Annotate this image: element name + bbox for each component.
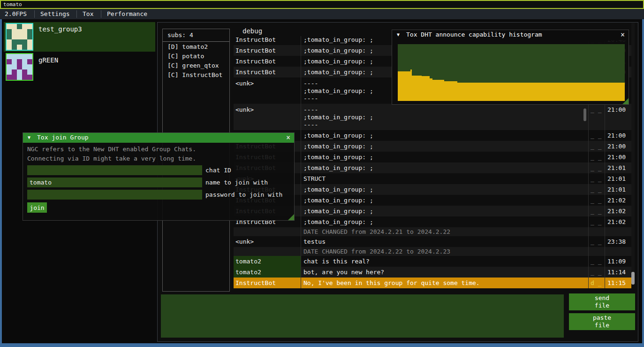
chat-title: debug <box>242 27 262 35</box>
avatar-pixel <box>17 54 22 59</box>
avatar-pixel <box>22 54 27 59</box>
avatar-pixel <box>22 75 27 80</box>
menu-item-settings[interactable]: Settings <box>40 10 70 17</box>
member-item: [C] potato <box>167 53 204 60</box>
delivery-flags <box>588 227 605 236</box>
histogram-bar <box>422 76 430 101</box>
message-text: chat is this real? <box>301 256 588 267</box>
histogram-bar <box>412 76 422 101</box>
avatar-pixel <box>7 59 12 64</box>
chat-id-input[interactable] <box>27 165 202 175</box>
avatar-pixel <box>27 59 32 64</box>
message-cell-scrollbar-thumb[interactable] <box>583 108 586 121</box>
group-avatar <box>6 23 33 51</box>
avatar-pixel <box>12 34 17 39</box>
avatar-pixel <box>7 45 12 50</box>
collapse-icon[interactable]: ▼ <box>397 32 400 37</box>
avatar-pixel <box>22 34 27 39</box>
sender-name: InstructBot <box>234 278 301 288</box>
message-input[interactable] <box>161 294 564 338</box>
avatar-pixel <box>27 24 32 29</box>
close-icon[interactable]: × <box>621 31 625 39</box>
avatar-pixel <box>22 45 27 50</box>
sender-name: tomato2 <box>234 267 301 278</box>
histogram-bar <box>432 80 445 101</box>
menu-separator <box>76 10 77 18</box>
group-item-test_group3[interactable]: test_group3 <box>4 22 155 52</box>
join-info-line: Connecting via ID might take a very long… <box>27 155 196 162</box>
menu-bar: 2.0FPSSettingsToxPerformance <box>0 9 644 19</box>
app-window: tomato 2.0FPSSettingsToxPerformance test… <box>0 0 644 347</box>
avatar-pixel <box>12 59 17 64</box>
message-row[interactable]: InstructBotNo, I've been in this group f… <box>234 278 631 288</box>
column-separator <box>301 36 301 288</box>
dht-histogram-window: ▼ Tox DHT announce capability histogram … <box>392 30 629 105</box>
avatar-pixel <box>17 39 22 45</box>
menu-item-2-0fps[interactable]: 2.0FPS <box>5 10 27 17</box>
message-row[interactable]: <unk>testus_ _23:38 <box>234 236 631 247</box>
paste-file-button[interactable]: paste file <box>569 313 635 330</box>
delivery-flags: _ _ <box>588 141 605 152</box>
avatar-pixel <box>17 75 22 80</box>
avatar-pixel <box>12 45 17 50</box>
sender-name: InstructBot <box>234 45 301 56</box>
menu-item-performance[interactable]: Performance <box>107 10 147 17</box>
join-button[interactable]: join <box>27 202 47 213</box>
chat-scrollbar-thumb[interactable] <box>631 272 635 285</box>
delivery-flags: _ _ <box>588 173 605 184</box>
avatar-pixel <box>27 54 32 59</box>
menu-item-tox[interactable]: Tox <box>83 10 93 17</box>
group-item-gREEN[interactable]: gREEN <box>4 53 155 81</box>
timestamp: 21:01 <box>605 162 631 173</box>
resize-grip[interactable] <box>288 214 294 220</box>
delivery-flags: _ _ <box>588 206 605 216</box>
message-row[interactable]: <unk>---- ;tomato_in_group: ; ----_ _21:… <box>234 104 631 130</box>
avatar-pixel <box>27 69 32 75</box>
resize-grip[interactable] <box>622 98 629 104</box>
message-text: ;tomato_in_group: ; <box>301 152 588 162</box>
delivery-flags: _ _ <box>588 104 605 130</box>
window-titlebar[interactable]: tomato <box>0 0 644 9</box>
close-icon[interactable]: × <box>286 133 290 142</box>
avatar-pixel <box>22 64 27 69</box>
avatar-pixel <box>17 24 22 29</box>
message-text: ;tomato_in_group: ; <box>301 206 588 216</box>
avatar-pixel <box>17 45 22 50</box>
join-group-titlebar[interactable]: ▼ Tox join Group × <box>23 133 294 143</box>
message-text: DATE CHANGED from 2024.2.22 to 2024.2.23 <box>301 247 588 256</box>
avatar-pixel <box>27 39 32 45</box>
dht-histogram-titlebar[interactable]: ▼ Tox DHT announce capability histogram … <box>392 30 629 40</box>
avatar-pixel <box>27 29 32 34</box>
message-row[interactable]: tomato2chat is this real?_ _11:09 <box>234 256 631 267</box>
avatar-pixel <box>12 64 17 69</box>
join-name-input[interactable] <box>27 177 202 187</box>
send-file-button[interactable]: send file <box>569 293 635 310</box>
message-row[interactable]: tomato2bot, are you new here?_ _11:14 <box>234 267 631 278</box>
timestamp <box>605 227 631 236</box>
chat-scrollbar-track[interactable] <box>631 23 635 275</box>
sender-name: InstructBot <box>234 56 301 67</box>
message-text: ;tomato_in_group: ; <box>301 184 588 195</box>
avatar-pixel <box>12 69 17 75</box>
message-text: ;tomato_in_group: ; <box>301 130 588 141</box>
timestamp: 21:02 <box>605 206 631 216</box>
sender-name: InstructBot <box>234 67 301 77</box>
member-item: [D] tomato2 <box>167 43 208 50</box>
avatar-pixel <box>22 29 27 34</box>
collapse-icon[interactable]: ▼ <box>28 135 30 140</box>
date-changed-row: DATE CHANGED from 2024.2.21 to 2024.2.22 <box>234 227 631 236</box>
join-password-label: password to join with <box>205 191 282 198</box>
message-text: ;tomato_in_group: ; <box>301 195 588 206</box>
delivery-flags: _ _ <box>588 184 605 195</box>
avatar-pixel <box>22 69 27 75</box>
chat-id-label: chat ID <box>205 167 231 174</box>
group-name: test_group3 <box>38 25 82 33</box>
sender-name <box>234 227 301 236</box>
sender-name <box>234 247 301 256</box>
member-item: [C] InstructBot <box>167 71 222 78</box>
join-password-input[interactable] <box>27 190 202 200</box>
avatar-pixel <box>27 75 32 80</box>
timestamp <box>605 247 631 256</box>
join-group-title: Tox join Group <box>37 134 89 141</box>
timestamp: 21:00 <box>605 130 631 141</box>
